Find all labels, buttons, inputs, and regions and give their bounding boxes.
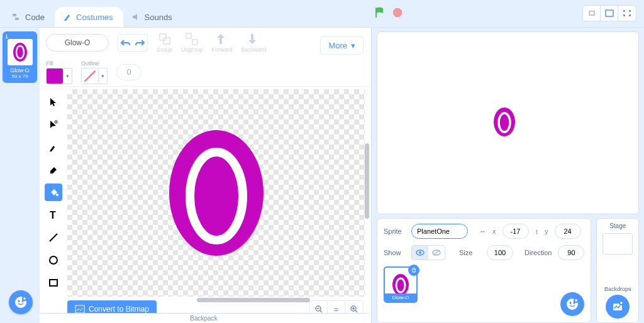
text-tool[interactable]: T — [45, 206, 62, 224]
xy-icon: ↔ — [479, 227, 486, 235]
y-icon: ↕ — [535, 227, 539, 235]
circle-tool[interactable] — [45, 251, 62, 269]
sprite-card[interactable]: Glow-O — [384, 266, 418, 303]
x-label: x — [492, 227, 496, 235]
fill-swatch[interactable] — [46, 68, 64, 84]
more-button[interactable]: More▾ — [320, 36, 364, 55]
svg-rect-10 — [192, 40, 197, 45]
canvas[interactable] — [67, 89, 365, 297]
size-label: Size — [459, 249, 480, 256]
redo-button[interactable] — [133, 35, 147, 51]
scrollbar-vertical[interactable] — [365, 143, 369, 219]
hide-button[interactable] — [428, 246, 445, 260]
show-label: Show — [384, 249, 405, 256]
undo-button[interactable] — [118, 35, 132, 51]
svg-rect-4 — [606, 10, 613, 16]
costume-name-input[interactable] — [46, 34, 109, 52]
direction-input[interactable] — [558, 245, 584, 260]
svg-point-36 — [570, 302, 572, 304]
outline-swatch[interactable] — [81, 68, 99, 84]
outline-caret[interactable]: ▾ — [99, 68, 108, 84]
backpack-panel[interactable]: Backpack — [40, 313, 368, 323]
bitmap-icon — [75, 305, 85, 314]
eraser-tool[interactable] — [45, 161, 62, 178]
rect-tool[interactable] — [45, 274, 62, 292]
svg-point-30 — [419, 251, 421, 254]
backdrops-label: Backdrops — [601, 286, 635, 292]
direction-label: Direction — [525, 249, 552, 256]
outline-width-input[interactable] — [116, 64, 142, 80]
costume-number: 1 — [5, 33, 8, 40]
group-button[interactable]: Group — [157, 33, 172, 53]
brush-icon — [62, 12, 72, 22]
costume-dims: 59 x 79 — [4, 74, 36, 79]
delete-sprite-button[interactable] — [408, 265, 419, 276]
svg-point-12 — [56, 194, 58, 196]
x-input[interactable] — [502, 224, 529, 239]
costume-thumbnail[interactable]: 1 Glow-O 59 x 79 — [3, 31, 37, 83]
green-flag-icon[interactable] — [374, 6, 386, 19]
costume-graphic — [166, 127, 267, 259]
tab-code-label: Code — [25, 13, 45, 22]
svg-rect-7 — [160, 34, 166, 40]
stage-title: Stage — [601, 222, 635, 229]
svg-rect-16 — [50, 280, 57, 286]
ungroup-button[interactable]: Ungroup — [181, 33, 203, 53]
select-tool[interactable] — [45, 93, 62, 111]
y-label: y — [545, 227, 548, 235]
scrollbar-horizontal[interactable] — [197, 298, 310, 302]
svg-line-24 — [355, 310, 357, 312]
size-input[interactable] — [487, 245, 513, 260]
svg-rect-1 — [15, 18, 19, 20]
svg-text:T: T — [50, 210, 56, 220]
tab-sounds[interactable]: Sounds — [123, 7, 182, 27]
sprite-card-name: Glow-O — [385, 293, 416, 302]
svg-point-15 — [50, 256, 57, 264]
svg-rect-0 — [13, 14, 16, 16]
tab-costumes-label: Costumes — [76, 13, 113, 22]
stage-small-button[interactable] — [583, 6, 601, 21]
backdrop-thumb[interactable] — [602, 233, 633, 255]
costume-thumb-image — [8, 39, 33, 65]
sprite-label: Sprite — [384, 227, 405, 235]
add-costume-button[interactable] — [9, 290, 33, 314]
y-input[interactable] — [555, 224, 581, 239]
add-backdrop-button[interactable] — [606, 295, 630, 319]
svg-line-14 — [50, 234, 57, 241]
tab-costumes[interactable]: Costumes — [55, 7, 123, 27]
svg-line-21 — [320, 310, 322, 312]
fill-tool[interactable] — [45, 183, 62, 201]
code-icon — [11, 12, 21, 22]
forward-button[interactable]: Forward — [212, 33, 233, 53]
backward-button[interactable]: Backward — [242, 33, 267, 53]
svg-rect-3 — [589, 11, 594, 15]
outline-label: Outline — [81, 60, 108, 67]
stage-preview — [377, 31, 639, 214]
tab-sounds-label: Sounds — [145, 13, 172, 22]
chevron-down-icon: ▾ — [351, 41, 355, 50]
svg-rect-8 — [164, 38, 170, 44]
svg-rect-19 — [75, 305, 84, 313]
reshape-tool[interactable] — [45, 116, 62, 133]
sprite-name-input[interactable] — [411, 224, 468, 239]
svg-point-42 — [18, 300, 20, 302]
stop-icon[interactable] — [392, 7, 403, 18]
svg-point-11 — [55, 121, 57, 123]
stage-large-button[interactable] — [601, 6, 618, 21]
brush-tool[interactable] — [45, 138, 62, 156]
stage-sprite — [493, 107, 516, 137]
fill-caret[interactable]: ▾ — [64, 68, 72, 84]
speaker-icon — [131, 12, 141, 22]
costume-name-label: Glow-O — [4, 67, 36, 74]
show-button[interactable] — [412, 246, 428, 260]
svg-rect-9 — [186, 33, 191, 38]
add-sprite-button[interactable] — [560, 292, 584, 316]
stage-panel[interactable]: Stage Backdrops — [596, 218, 639, 323]
tab-code[interactable]: Code — [4, 7, 55, 27]
line-tool[interactable] — [45, 229, 62, 246]
fullscreen-button[interactable] — [618, 6, 636, 21]
svg-marker-2 — [393, 8, 402, 17]
fill-label: Fill — [46, 60, 72, 67]
